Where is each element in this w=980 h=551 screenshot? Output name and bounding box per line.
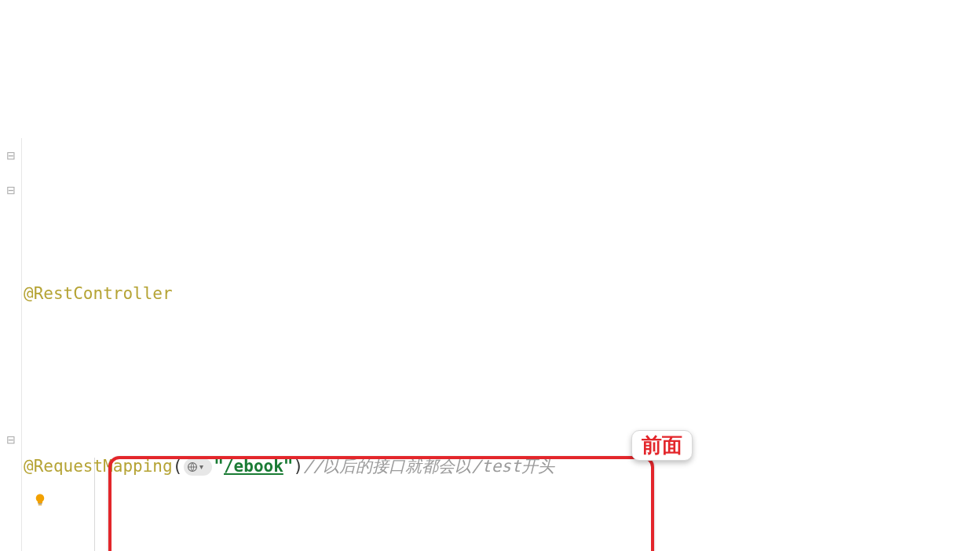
fold-toggle-icon[interactable] (4, 183, 18, 197)
paren: ) (293, 457, 303, 476)
url-path[interactable]: /ebook (224, 457, 283, 476)
code-area[interactable]: @RestController @RequestMapping(▾"/ebook… (22, 138, 980, 551)
fold-toggle-icon[interactable] (4, 432, 18, 447)
code-editor[interactable]: @RestController @RequestMapping(▾"/ebook… (0, 138, 980, 551)
string-quote: " (283, 457, 294, 476)
annotation: @RequestMapping (24, 457, 173, 476)
fold-toggle-icon[interactable] (4, 148, 18, 162)
comment: //以后的接口就都会以/test开头 (303, 457, 554, 476)
label-front: 前面 (631, 430, 693, 461)
gutter (0, 138, 22, 551)
code-line[interactable]: @RequestMapping(▾"/ebook")//以后的接口就都会以/te… (22, 449, 980, 483)
paren: ( (173, 457, 183, 476)
code-line[interactable]: @RestController (22, 276, 980, 311)
annotation: @RestController (24, 284, 173, 303)
string-quote: " (214, 457, 224, 476)
globe-icon[interactable]: ▾ (184, 458, 212, 476)
